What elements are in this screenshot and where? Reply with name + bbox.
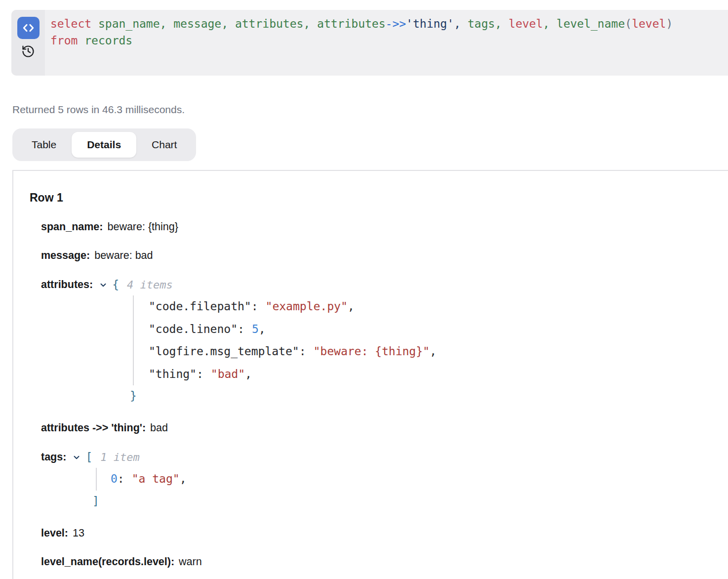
sql-token: level xyxy=(632,17,666,30)
sql-token: level_name xyxy=(557,17,625,30)
sql-token: tags, xyxy=(468,17,509,30)
chevron-down-icon[interactable] xyxy=(72,453,81,462)
query-status-text: Returned 5 rows in 46.3 milliseconds. xyxy=(12,104,728,116)
sql-token: , xyxy=(454,17,468,30)
sql-token: attributes xyxy=(317,17,385,30)
field-label: attributes: xyxy=(41,279,93,291)
sql-token: attributes, xyxy=(235,17,317,30)
sql-token: level xyxy=(509,17,543,30)
json-key: "thing" xyxy=(149,368,197,380)
json-colon: : xyxy=(251,300,258,313)
json-row: 0:"a tag", xyxy=(111,468,716,491)
json-open-brace: { xyxy=(112,278,119,291)
json-comma: , xyxy=(348,300,355,313)
history-button[interactable] xyxy=(21,44,36,59)
json-value: 5 xyxy=(252,323,259,335)
row-title: Row 1 xyxy=(30,191,716,205)
sql-line-2: from records xyxy=(50,33,673,49)
json-comma: , xyxy=(180,472,187,485)
json-index: 0 xyxy=(111,472,118,485)
field-value: bad xyxy=(150,422,168,434)
json-comma: , xyxy=(245,368,252,380)
json-colon: : xyxy=(299,345,306,358)
json-comma: , xyxy=(430,345,437,358)
json-key: "logfire.msg_template" xyxy=(149,345,299,358)
sql-token: 'thing' xyxy=(406,17,454,30)
sql-line-1: select span_name, message, attributes, a… xyxy=(50,16,673,33)
json-colon: : xyxy=(197,368,203,380)
field-list: span_name:beware: {thing} message:beware… xyxy=(41,221,716,568)
sql-token: message, xyxy=(173,17,235,30)
json-row: "thing":"bad", xyxy=(149,363,716,386)
sql-token: , xyxy=(543,17,557,30)
json-row: "logfire.msg_template":"beware: {thing}"… xyxy=(149,340,716,363)
tab-details[interactable]: Details xyxy=(72,132,136,158)
json-close-bracket: ] xyxy=(92,492,716,511)
sql-token: select xyxy=(50,17,98,30)
json-items-count: 1 item xyxy=(100,451,139,463)
field-value: warn xyxy=(179,556,202,568)
editor-gutter xyxy=(11,10,45,76)
json-close-brace: } xyxy=(130,386,716,406)
json-comma: , xyxy=(259,323,266,335)
field-attributes: attributes: { 4 items "code.filepath":"e… xyxy=(41,278,716,406)
field-label: tags: xyxy=(41,451,66,463)
field-label: level: xyxy=(41,527,68,539)
field-span-name: span_name:beware: {thing} xyxy=(41,221,716,233)
field-level-name: level_name(records.level):warn xyxy=(41,556,716,568)
json-children: 0:"a tag", xyxy=(96,468,716,491)
json-colon: : xyxy=(118,472,124,485)
sql-token: ) xyxy=(666,17,673,30)
sql-token: from xyxy=(50,34,84,47)
field-value: 13 xyxy=(73,527,84,539)
sql-token: ( xyxy=(625,17,632,30)
code-button[interactable] xyxy=(17,17,40,39)
field-tags: tags: [ 1 item 0:"a tag", ] xyxy=(41,451,716,511)
json-value: "a tag" xyxy=(132,472,180,485)
json-open-bracket: [ xyxy=(85,451,92,463)
details-panel: Row 1 span_name:beware: {thing} message:… xyxy=(12,170,728,579)
json-key: "code.filepath" xyxy=(149,300,251,313)
tab-chart[interactable]: Chart xyxy=(136,132,192,158)
json-key: "code.lineno" xyxy=(149,323,238,335)
field-attributes-thing: attributes ->> 'thing':bad xyxy=(41,422,716,434)
code-icon xyxy=(22,21,35,35)
json-colon: : xyxy=(238,323,244,335)
json-value: "beware: {thing}" xyxy=(314,345,430,358)
field-message: message:beware: bad xyxy=(41,249,716,262)
sql-token: span_name, xyxy=(98,17,173,30)
json-children: "code.filepath":"example.py", "code.line… xyxy=(133,295,716,385)
field-label: level_name(records.level): xyxy=(41,556,174,568)
json-row: "code.lineno":5, xyxy=(149,318,716,341)
sql-token: records xyxy=(84,34,132,47)
json-value: "example.py" xyxy=(266,300,348,313)
field-value: beware: {thing} xyxy=(107,221,178,233)
field-label: span_name: xyxy=(41,221,103,233)
history-icon xyxy=(21,44,35,58)
sql-token: ->> xyxy=(386,17,406,30)
json-value: "bad" xyxy=(211,368,245,380)
field-label: attributes ->> 'thing': xyxy=(41,422,146,434)
sql-code-input[interactable]: select span_name, message, attributes, a… xyxy=(45,10,673,76)
field-label: message: xyxy=(41,249,90,261)
result-tab-group: Table Details Chart xyxy=(12,128,196,161)
field-level: level:13 xyxy=(41,527,716,539)
json-row: "code.filepath":"example.py", xyxy=(149,295,716,318)
sql-editor-bar: select span_name, message, attributes, a… xyxy=(11,10,728,76)
field-value: beware: bad xyxy=(94,249,153,261)
json-items-count: 4 items xyxy=(127,279,173,291)
tab-table[interactable]: Table xyxy=(16,132,72,158)
chevron-down-icon[interactable] xyxy=(99,281,108,290)
